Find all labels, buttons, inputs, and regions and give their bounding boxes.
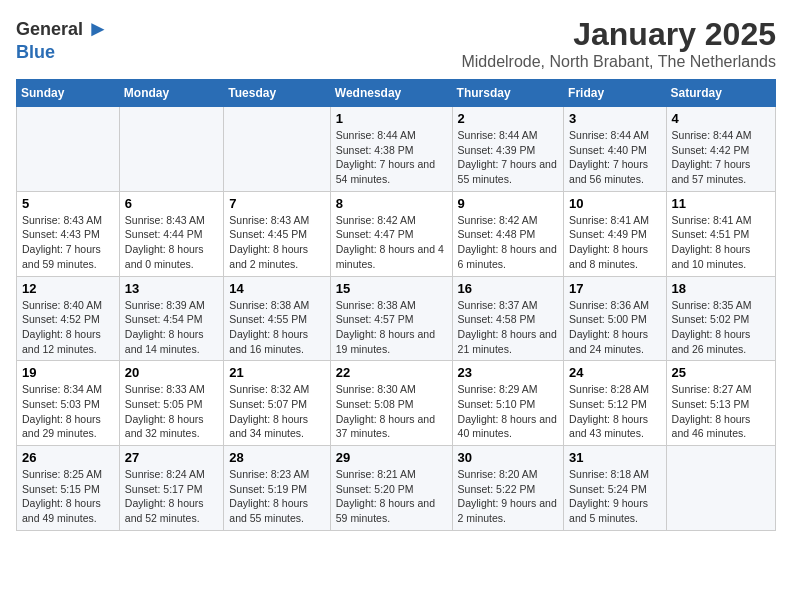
- calendar-cell: 5Sunrise: 8:43 AM Sunset: 4:43 PM Daylig…: [17, 191, 120, 276]
- day-info: Sunrise: 8:37 AM Sunset: 4:58 PM Dayligh…: [458, 298, 559, 357]
- day-number: 5: [22, 196, 114, 211]
- day-info: Sunrise: 8:24 AM Sunset: 5:17 PM Dayligh…: [125, 467, 218, 526]
- day-number: 8: [336, 196, 447, 211]
- day-number: 1: [336, 111, 447, 126]
- calendar-cell: 12Sunrise: 8:40 AM Sunset: 4:52 PM Dayli…: [17, 276, 120, 361]
- weekday-header-saturday: Saturday: [666, 80, 775, 107]
- calendar-week-row: 5Sunrise: 8:43 AM Sunset: 4:43 PM Daylig…: [17, 191, 776, 276]
- calendar-week-row: 26Sunrise: 8:25 AM Sunset: 5:15 PM Dayli…: [17, 446, 776, 531]
- day-number: 2: [458, 111, 559, 126]
- weekday-header-friday: Friday: [564, 80, 666, 107]
- calendar-cell: 14Sunrise: 8:38 AM Sunset: 4:55 PM Dayli…: [224, 276, 330, 361]
- day-info: Sunrise: 8:33 AM Sunset: 5:05 PM Dayligh…: [125, 382, 218, 441]
- day-number: 26: [22, 450, 114, 465]
- day-number: 31: [569, 450, 660, 465]
- calendar-cell: 19Sunrise: 8:34 AM Sunset: 5:03 PM Dayli…: [17, 361, 120, 446]
- day-info: Sunrise: 8:43 AM Sunset: 4:44 PM Dayligh…: [125, 213, 218, 272]
- day-number: 12: [22, 281, 114, 296]
- calendar-cell: [666, 446, 775, 531]
- calendar-cell: 1Sunrise: 8:44 AM Sunset: 4:38 PM Daylig…: [330, 107, 452, 192]
- calendar-cell: 24Sunrise: 8:28 AM Sunset: 5:12 PM Dayli…: [564, 361, 666, 446]
- calendar-cell: 15Sunrise: 8:38 AM Sunset: 4:57 PM Dayli…: [330, 276, 452, 361]
- logo: General ► Blue: [16, 16, 109, 63]
- calendar-cell: 20Sunrise: 8:33 AM Sunset: 5:05 PM Dayli…: [119, 361, 223, 446]
- day-info: Sunrise: 8:43 AM Sunset: 4:45 PM Dayligh…: [229, 213, 324, 272]
- day-number: 15: [336, 281, 447, 296]
- weekday-header-wednesday: Wednesday: [330, 80, 452, 107]
- day-number: 30: [458, 450, 559, 465]
- day-number: 7: [229, 196, 324, 211]
- calendar-cell: 6Sunrise: 8:43 AM Sunset: 4:44 PM Daylig…: [119, 191, 223, 276]
- day-info: Sunrise: 8:34 AM Sunset: 5:03 PM Dayligh…: [22, 382, 114, 441]
- calendar-cell: 4Sunrise: 8:44 AM Sunset: 4:42 PM Daylig…: [666, 107, 775, 192]
- day-number: 17: [569, 281, 660, 296]
- day-number: 24: [569, 365, 660, 380]
- day-info: Sunrise: 8:38 AM Sunset: 4:55 PM Dayligh…: [229, 298, 324, 357]
- day-number: 9: [458, 196, 559, 211]
- day-number: 19: [22, 365, 114, 380]
- calendar-cell: [224, 107, 330, 192]
- calendar-cell: 21Sunrise: 8:32 AM Sunset: 5:07 PM Dayli…: [224, 361, 330, 446]
- calendar-cell: 30Sunrise: 8:20 AM Sunset: 5:22 PM Dayli…: [452, 446, 564, 531]
- calendar-cell: 29Sunrise: 8:21 AM Sunset: 5:20 PM Dayli…: [330, 446, 452, 531]
- day-number: 4: [672, 111, 770, 126]
- calendar-cell: 27Sunrise: 8:24 AM Sunset: 5:17 PM Dayli…: [119, 446, 223, 531]
- calendar-cell: 25Sunrise: 8:27 AM Sunset: 5:13 PM Dayli…: [666, 361, 775, 446]
- calendar-cell: 7Sunrise: 8:43 AM Sunset: 4:45 PM Daylig…: [224, 191, 330, 276]
- weekday-header-thursday: Thursday: [452, 80, 564, 107]
- calendar-cell: 8Sunrise: 8:42 AM Sunset: 4:47 PM Daylig…: [330, 191, 452, 276]
- calendar-week-row: 12Sunrise: 8:40 AM Sunset: 4:52 PM Dayli…: [17, 276, 776, 361]
- calendar-cell: 31Sunrise: 8:18 AM Sunset: 5:24 PM Dayli…: [564, 446, 666, 531]
- day-info: Sunrise: 8:27 AM Sunset: 5:13 PM Dayligh…: [672, 382, 770, 441]
- logo-bird-icon: ►: [87, 16, 109, 42]
- day-number: 21: [229, 365, 324, 380]
- weekday-header-row: SundayMondayTuesdayWednesdayThursdayFrid…: [17, 80, 776, 107]
- calendar-cell: 22Sunrise: 8:30 AM Sunset: 5:08 PM Dayli…: [330, 361, 452, 446]
- day-number: 18: [672, 281, 770, 296]
- logo-general-text: General: [16, 19, 83, 40]
- calendar-cell: 2Sunrise: 8:44 AM Sunset: 4:39 PM Daylig…: [452, 107, 564, 192]
- day-number: 14: [229, 281, 324, 296]
- calendar-table: SundayMondayTuesdayWednesdayThursdayFrid…: [16, 79, 776, 531]
- day-info: Sunrise: 8:41 AM Sunset: 4:51 PM Dayligh…: [672, 213, 770, 272]
- day-number: 28: [229, 450, 324, 465]
- calendar-cell: 28Sunrise: 8:23 AM Sunset: 5:19 PM Dayli…: [224, 446, 330, 531]
- calendar-week-row: 19Sunrise: 8:34 AM Sunset: 5:03 PM Dayli…: [17, 361, 776, 446]
- day-number: 25: [672, 365, 770, 380]
- day-info: Sunrise: 8:36 AM Sunset: 5:00 PM Dayligh…: [569, 298, 660, 357]
- calendar-cell: [17, 107, 120, 192]
- day-info: Sunrise: 8:35 AM Sunset: 5:02 PM Dayligh…: [672, 298, 770, 357]
- calendar-cell: [119, 107, 223, 192]
- day-info: Sunrise: 8:38 AM Sunset: 4:57 PM Dayligh…: [336, 298, 447, 357]
- calendar-cell: 3Sunrise: 8:44 AM Sunset: 4:40 PM Daylig…: [564, 107, 666, 192]
- day-info: Sunrise: 8:44 AM Sunset: 4:38 PM Dayligh…: [336, 128, 447, 187]
- day-number: 29: [336, 450, 447, 465]
- weekday-header-sunday: Sunday: [17, 80, 120, 107]
- day-info: Sunrise: 8:42 AM Sunset: 4:47 PM Dayligh…: [336, 213, 447, 272]
- day-info: Sunrise: 8:20 AM Sunset: 5:22 PM Dayligh…: [458, 467, 559, 526]
- calendar-cell: 13Sunrise: 8:39 AM Sunset: 4:54 PM Dayli…: [119, 276, 223, 361]
- day-info: Sunrise: 8:25 AM Sunset: 5:15 PM Dayligh…: [22, 467, 114, 526]
- calendar-cell: 16Sunrise: 8:37 AM Sunset: 4:58 PM Dayli…: [452, 276, 564, 361]
- day-info: Sunrise: 8:44 AM Sunset: 4:39 PM Dayligh…: [458, 128, 559, 187]
- day-info: Sunrise: 8:30 AM Sunset: 5:08 PM Dayligh…: [336, 382, 447, 441]
- calendar-cell: 11Sunrise: 8:41 AM Sunset: 4:51 PM Dayli…: [666, 191, 775, 276]
- day-number: 16: [458, 281, 559, 296]
- day-number: 6: [125, 196, 218, 211]
- calendar-cell: 17Sunrise: 8:36 AM Sunset: 5:00 PM Dayli…: [564, 276, 666, 361]
- calendar-cell: 23Sunrise: 8:29 AM Sunset: 5:10 PM Dayli…: [452, 361, 564, 446]
- day-info: Sunrise: 8:44 AM Sunset: 4:42 PM Dayligh…: [672, 128, 770, 187]
- day-info: Sunrise: 8:39 AM Sunset: 4:54 PM Dayligh…: [125, 298, 218, 357]
- day-number: 20: [125, 365, 218, 380]
- calendar-week-row: 1Sunrise: 8:44 AM Sunset: 4:38 PM Daylig…: [17, 107, 776, 192]
- calendar-cell: 9Sunrise: 8:42 AM Sunset: 4:48 PM Daylig…: [452, 191, 564, 276]
- day-info: Sunrise: 8:21 AM Sunset: 5:20 PM Dayligh…: [336, 467, 447, 526]
- day-info: Sunrise: 8:18 AM Sunset: 5:24 PM Dayligh…: [569, 467, 660, 526]
- calendar-title: January 2025: [461, 16, 776, 53]
- day-info: Sunrise: 8:41 AM Sunset: 4:49 PM Dayligh…: [569, 213, 660, 272]
- logo-blue-text: Blue: [16, 42, 55, 63]
- day-number: 27: [125, 450, 218, 465]
- weekday-header-tuesday: Tuesday: [224, 80, 330, 107]
- day-info: Sunrise: 8:43 AM Sunset: 4:43 PM Dayligh…: [22, 213, 114, 272]
- day-info: Sunrise: 8:42 AM Sunset: 4:48 PM Dayligh…: [458, 213, 559, 272]
